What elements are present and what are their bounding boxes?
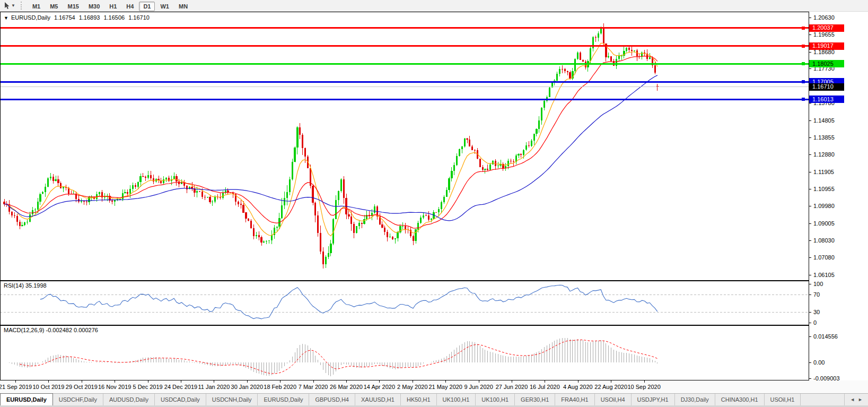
date-label: 10 Oct 2019 bbox=[32, 384, 64, 390]
date-label: 11 Jan 2020 bbox=[198, 384, 230, 390]
date-tick bbox=[611, 380, 611, 383]
macd-panel-canvas[interactable]: 0.0145560.00-0.009003 bbox=[0, 325, 868, 380]
tab-scroll-right-icon[interactable]: ► bbox=[858, 397, 863, 402]
date-tick bbox=[15, 380, 16, 383]
chart-tab-hk50-h1[interactable]: HK50,H1 bbox=[401, 394, 437, 405]
svg-text:1.20037: 1.20037 bbox=[812, 24, 834, 31]
timeframe-button-d1[interactable]: D1 bbox=[139, 2, 155, 11]
date-label: 21 Sep 2019 bbox=[0, 384, 32, 390]
chart-tab-china300-h1[interactable]: CHINA300,H1 bbox=[715, 394, 765, 405]
date-tick bbox=[578, 380, 578, 383]
svg-text:1.08030: 1.08030 bbox=[813, 237, 835, 244]
timeframe-button-mn[interactable]: MN bbox=[174, 2, 192, 11]
date-tick bbox=[82, 380, 82, 383]
toolbar-drag-handle[interactable] bbox=[21, 2, 23, 10]
svg-text:1.16013: 1.16013 bbox=[812, 96, 834, 102]
date-tick bbox=[313, 380, 314, 383]
date-tick bbox=[115, 380, 115, 383]
chart-tab-eurusd-daily[interactable]: EURUSD,Daily bbox=[0, 393, 53, 405]
cursor-tool-button[interactable]: ▼ bbox=[0, 2, 17, 10]
svg-text:0.014556: 0.014556 bbox=[813, 333, 838, 340]
ohlc-low: 1.16506 bbox=[103, 14, 125, 21]
svg-text:1.20630: 1.20630 bbox=[813, 14, 835, 21]
chart-tab-usoil-h4[interactable]: USOil,H4 bbox=[595, 394, 632, 405]
svg-text:1.09005: 1.09005 bbox=[813, 220, 835, 227]
chart-tab-dj30-daily[interactable]: DJ30,Daily bbox=[675, 394, 715, 405]
timeframe-button-m15[interactable]: M15 bbox=[63, 2, 83, 11]
timeframe-button-m30[interactable]: M30 bbox=[84, 2, 104, 11]
timeframe-button-w1[interactable]: W1 bbox=[156, 2, 173, 11]
tab-scroll-left-icon[interactable]: ◄ bbox=[850, 397, 855, 402]
svg-text:1.07080: 1.07080 bbox=[813, 254, 835, 261]
date-tick bbox=[379, 380, 380, 383]
date-label: 9 Jun 2020 bbox=[464, 384, 493, 390]
date-label: 27 Jun 2020 bbox=[496, 384, 528, 390]
chart-tab-audusd-daily[interactable]: AUDUSD,Daily bbox=[103, 394, 155, 405]
pointer-cursor-icon bbox=[3, 2, 10, 10]
svg-text:1.11905: 1.11905 bbox=[813, 169, 834, 175]
chart-tab-gbpusd-h4[interactable]: GBPUSD,H4 bbox=[309, 394, 355, 405]
date-tick bbox=[413, 380, 413, 383]
ohlc-open: 1.16754 bbox=[54, 14, 75, 21]
timeframe-button-group: M1M5M15M30H1H4D1W1MN bbox=[28, 1, 192, 11]
svg-text:1.18025: 1.18025 bbox=[812, 60, 834, 67]
chart-tab-uk100-h1[interactable]: UK100,H1 bbox=[437, 394, 476, 405]
date-label: 4 Aug 2020 bbox=[563, 384, 593, 390]
chart-tab-uk100-h1[interactable]: UK100,H1 bbox=[476, 394, 515, 405]
svg-text:0: 0 bbox=[813, 319, 817, 326]
timeframe-button-h1[interactable]: H1 bbox=[105, 2, 121, 11]
date-label: 16 Nov 2019 bbox=[98, 384, 131, 390]
svg-text:30: 30 bbox=[813, 309, 820, 315]
svg-text:100: 100 bbox=[813, 281, 823, 287]
date-label: 22 Aug 2020 bbox=[594, 384, 627, 390]
date-label: 21 May 2020 bbox=[428, 384, 462, 390]
chart-tab-usdjpy-h1[interactable]: USDJPY,H1 bbox=[632, 394, 675, 405]
chart-tab-ger30-h1[interactable]: GER30,H1 bbox=[515, 394, 555, 405]
cursor-dropdown-arrow-icon[interactable]: ▼ bbox=[11, 3, 15, 8]
date-label: 5 Dec 2019 bbox=[133, 384, 162, 390]
date-label: 30 Jan 2020 bbox=[231, 384, 264, 390]
date-tick bbox=[280, 380, 280, 383]
date-tick bbox=[346, 380, 347, 383]
svg-text:1.19017: 1.19017 bbox=[812, 42, 834, 49]
date-label: 26 Mar 2020 bbox=[330, 384, 363, 390]
date-label: 16 Jul 2020 bbox=[530, 384, 560, 390]
svg-text:1.12880: 1.12880 bbox=[813, 151, 835, 158]
timeframe-button-h4[interactable]: H4 bbox=[122, 2, 138, 11]
chart-tab-usdcnh-daily[interactable]: USDCNH,Daily bbox=[206, 394, 258, 405]
date-tick bbox=[181, 380, 181, 383]
svg-text:1.19655: 1.19655 bbox=[813, 31, 835, 38]
chart-tab-fra40-h1[interactable]: FRA40,H1 bbox=[555, 394, 594, 405]
top-toolbar: ▼ M1M5M15M30H1H4D1W1MN bbox=[0, 0, 868, 12]
chart-tab-usoil-h1[interactable]: USOil,H1 bbox=[765, 394, 801, 405]
ohlc-close: 1.16710 bbox=[128, 14, 150, 21]
chart-tab-usdchf-daily[interactable]: USDCHF,Daily bbox=[53, 394, 103, 405]
chart-tab-eurusd-daily[interactable]: EURUSD,Daily bbox=[258, 394, 309, 405]
timeframe-button-m5[interactable]: M5 bbox=[46, 2, 62, 11]
date-label: 2 May 2020 bbox=[397, 384, 427, 390]
macd-label: MACD(12,26,9) -0.002482 0.000276 bbox=[4, 327, 98, 333]
date-label: 29 Oct 2019 bbox=[66, 384, 98, 390]
price-chart-canvas[interactable]: 1.206301.196551.186801.177301.157801.148… bbox=[0, 12, 868, 281]
svg-text:1.09980: 1.09980 bbox=[813, 203, 835, 209]
svg-text:1.14805: 1.14805 bbox=[813, 117, 835, 124]
date-label: 14 Apr 2020 bbox=[364, 384, 395, 390]
chart-tab-usdcad-daily[interactable]: USDCAD,Daily bbox=[155, 394, 206, 405]
date-tick bbox=[247, 380, 248, 383]
rsi-label: RSI(14) 35.1998 bbox=[4, 282, 47, 289]
svg-text:70: 70 bbox=[813, 291, 820, 298]
rsi-panel-canvas[interactable]: 10070300 bbox=[0, 281, 868, 325]
svg-text:1.16710: 1.16710 bbox=[812, 83, 834, 90]
chart-tab-xauusd-h1[interactable]: XAUUSD,H1 bbox=[355, 394, 401, 405]
svg-text:1.10955: 1.10955 bbox=[813, 186, 835, 192]
tab-scroll-buttons: ◄► bbox=[844, 394, 868, 405]
chart-tab-bar: EURUSD,DailyUSDCHF,DailyAUDUSD,DailyUSDC… bbox=[0, 393, 868, 405]
timeframe-button-m1[interactable]: M1 bbox=[28, 2, 45, 11]
date-label: 18 Feb 2020 bbox=[264, 384, 296, 390]
date-tick bbox=[148, 380, 148, 383]
svg-text:-0.009003: -0.009003 bbox=[813, 375, 840, 381]
ohlc-high: 1.16893 bbox=[79, 14, 100, 21]
date-tick bbox=[644, 380, 645, 383]
svg-text:0.00: 0.00 bbox=[813, 359, 825, 366]
chart-dropdown-icon[interactable]: ▼ bbox=[4, 15, 8, 21]
